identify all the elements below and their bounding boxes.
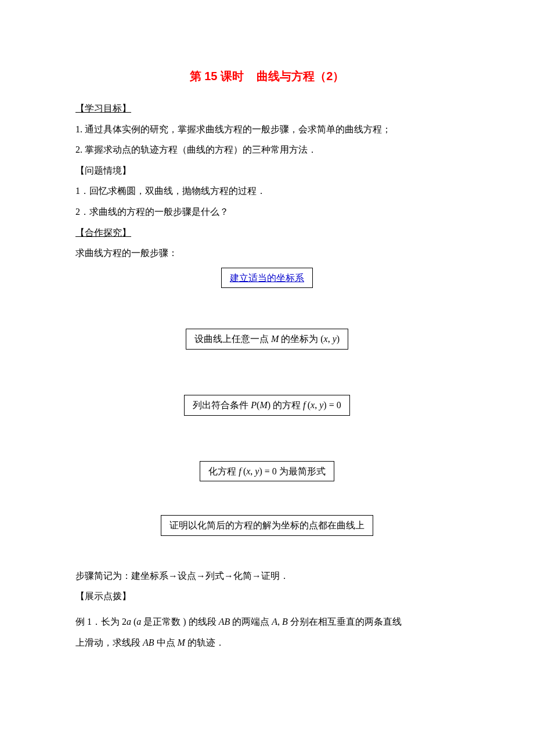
- ex1-ptext: 是正常数 ) 的线段: [141, 617, 218, 627]
- flow-step-5: 证明以化简后的方程的解为坐标的点都在曲线上: [161, 515, 373, 536]
- summary-line: 步骤简记为：建坐标系→设点→列式→化简→证明．: [75, 566, 459, 586]
- flowchart: 建立适当的坐标系 设曲线上任意一点 M 的坐标为 (x, y) 列出符合条件 P…: [75, 264, 459, 536]
- ex1-mid1: 的两端点: [230, 617, 272, 627]
- flow-step-3-p: P: [251, 400, 257, 410]
- ex1-ab2: AB: [143, 638, 154, 647]
- situation-2: 2．求曲线的方程的一般步骤是什么？: [75, 202, 459, 222]
- heading-situation: 【问题情境】: [75, 161, 459, 181]
- objective-1: 1. 通过具体实例的研究，掌握求曲线方程的一般步骤，会求简单的曲线方程；: [75, 120, 459, 139]
- flow-step-2-sep: ,: [328, 334, 333, 344]
- flow-step-4-post: 为最简形式: [277, 466, 326, 476]
- heading-demo: 【展示点拨】: [75, 586, 459, 606]
- heading-objectives-text: 【学习目标】: [75, 103, 131, 113]
- flow-step-3-pre: 列出符合条件: [193, 400, 251, 410]
- flow-step-2: 设曲线上任意一点 M 的坐标为 (x, y): [186, 329, 348, 350]
- flow-step-5-text: 证明以化简后的方程的解为坐标的点都在曲线上: [169, 520, 365, 530]
- heading-coop-text: 【合作探究】: [75, 228, 131, 237]
- flow-step-3: 列出符合条件 P(M) 的方程 f (x, y) = 0: [184, 395, 349, 416]
- flow-gap: [75, 288, 459, 329]
- ex1-mid2: 分别在相互垂直的两条直线: [288, 617, 402, 627]
- flow-step-2-end: ): [337, 334, 340, 344]
- ex1-prefix: 例 1．长为: [75, 617, 122, 627]
- heading-demo-text: 【展示点拨】: [75, 591, 131, 601]
- flow-step-1: 建立适当的坐标系: [221, 268, 313, 289]
- flow-step-2-x: x: [324, 334, 328, 344]
- ex1-popen: (: [131, 617, 136, 627]
- flow-step-2-pre: 设曲线上任意一点: [194, 334, 271, 344]
- heading-coop: 【合作探究】: [75, 223, 459, 243]
- ex1-l2mid: 中点: [154, 638, 178, 647]
- spacer: [75, 536, 459, 565]
- ex1-mpt: M: [178, 638, 185, 647]
- heading-situation-text: 【问题情境】: [75, 165, 131, 175]
- flow-step-3-mid: 的方程: [270, 400, 303, 410]
- title-main: 曲线与方程（2）: [257, 70, 344, 82]
- ex1-l2pre: 上滑动，求线段: [75, 638, 143, 647]
- ex1-comma: ,: [277, 617, 282, 627]
- situation-1: 1．回忆求椭圆，双曲线，抛物线方程的过程．: [75, 181, 459, 201]
- example-1-line-1: 例 1．长为 2a (a 是正常数 ) 的线段 AB 的两端点 A, B 分别在…: [75, 612, 459, 632]
- flow-step-3-m: M: [259, 400, 267, 410]
- flow-step-2-y: y: [333, 334, 337, 344]
- ex1-apt: A: [272, 617, 277, 627]
- flow-step-4: 化方程 f (x, y) = 0 为最简形式: [200, 461, 334, 482]
- flow-gap: [75, 416, 459, 461]
- document-page: 第 15 课时 曲线与方程（2） 【学习目标】 1. 通过具体实例的研究，掌握求…: [0, 0, 534, 756]
- flow-gap: [75, 481, 459, 515]
- flow-step-1-text: 建立适当的坐标系: [230, 273, 304, 283]
- ex1-ab1: AB: [219, 617, 230, 627]
- document-title: 第 15 课时 曲线与方程（2）: [75, 64, 459, 88]
- flow-step-4-pre: 化方程: [208, 466, 239, 476]
- example-1-line-2: 上滑动，求线段 AB 中点 M 的轨迹．: [75, 633, 459, 653]
- objective-2: 2. 掌握求动点的轨迹方程（曲线的方程）的三种常用方法．: [75, 140, 459, 160]
- coop-intro: 求曲线方程的一般步骤：: [75, 243, 459, 263]
- title-prefix: 第 15 课时: [190, 70, 244, 82]
- ex1-bpt: B: [282, 617, 288, 627]
- flow-step-2-mid: 的坐标为 (: [279, 334, 323, 344]
- ex1-l2end: 的轨迹．: [185, 638, 225, 647]
- heading-objectives: 【学习目标】: [75, 99, 459, 118]
- flow-gap: [75, 350, 459, 395]
